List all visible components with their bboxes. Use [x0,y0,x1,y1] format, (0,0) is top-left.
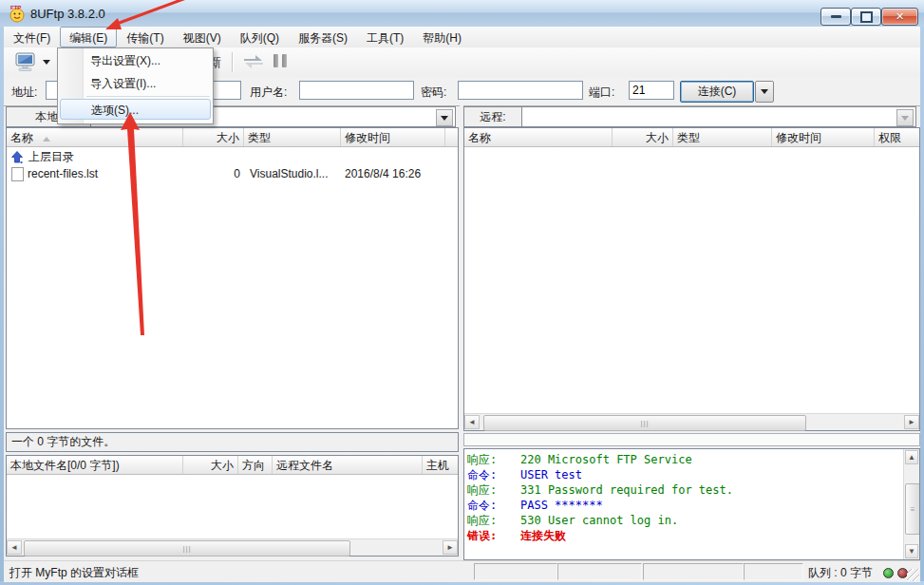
local-path-dropdown-button[interactable] [436,109,453,126]
queue-col-remotename[interactable]: 远程文件名 [273,456,423,474]
file-name: 上层目录 [28,149,74,165]
status-cell [557,563,642,580]
remote-status-strip [463,433,920,446]
close-icon: ✕ [896,10,904,23]
port-label: 端口: [589,85,614,101]
window-border-left [0,27,4,585]
password-input[interactable] [458,81,583,100]
local-col-modified[interactable]: 修改时间 [341,128,445,146]
remote-path-combobox[interactable] [520,106,916,127]
menu-bar: 文件(F) 编辑(E) 传输(T) 视图(V) 队列(Q) 服务器(S) 工具(… [4,27,920,47]
chevron-down-icon [441,116,448,121]
transfer-arrows-icon[interactable] [241,53,266,70]
address-label: 地址: [11,85,37,101]
remote-col-perms[interactable]: 权限 [875,128,919,146]
window-border-right [920,27,924,585]
file-modified: 2016/8/4 16:26 [345,167,421,180]
svg-text:FTP: FTP [10,5,21,10]
toolbar-separator [232,52,233,72]
log-line: 命令:USER test [467,467,582,483]
port-input[interactable] [629,81,674,100]
table-row-parent-dir[interactable]: 上层目录 [7,149,74,165]
menu-server[interactable]: 服务器(S) [289,27,357,47]
local-col-filler [445,128,458,146]
menu-item-export-settings[interactable]: 导出设置(X)... [58,49,213,72]
scroll-left-icon[interactable]: ◄ [464,415,480,429]
remote-column-header: 名称 大小 类型 修改时间 权限 [464,128,919,147]
log-line: 错误:连接失败 [467,528,566,544]
remote-file-list: 名称 大小 类型 修改时间 权限 ◄ ||| ► [463,127,920,431]
file-type: VisualStudio.l... [250,167,329,180]
remote-col-modified[interactable]: 修改时间 [772,128,875,146]
scrollbar-thumb[interactable]: ||| [24,540,350,557]
remote-col-type[interactable]: 类型 [673,128,772,146]
queue-horizontal-scrollbar[interactable]: ◄ ||| ► [7,538,458,556]
restore-button[interactable] [851,8,881,26]
queue-size-label: 队列 : 0 字节 [808,565,873,581]
menu-item-import-settings[interactable]: 导入设置(I)... [58,72,213,95]
resize-grip[interactable] [907,569,919,581]
remote-tab-label: 远程: [480,109,505,125]
computer-icon [13,52,38,73]
scroll-up-icon[interactable]: ▲ [905,450,918,464]
menu-file[interactable]: 文件(F) [4,27,60,47]
menu-edit[interactable]: 编辑(E) [60,27,117,47]
menu-view[interactable]: 视图(V) [174,27,231,47]
log-line: 命令:PASS ******* [467,498,603,514]
app-window: FTP 8UFtp 3.8.2.0 ✕ 文件(F) 编辑(E) 传输(T) 视图… [0,0,924,585]
password-label: 密码: [421,85,446,101]
scroll-down-icon[interactable]: ▼ [905,544,918,558]
local-status-strip: 一个 0 字节的文件。 [6,432,459,452]
username-label: 用户名: [250,85,287,101]
username-input[interactable] [299,81,414,100]
remote-horizontal-scrollbar[interactable]: ◄ ||| ► [464,413,919,430]
edit-menu-popup: 导出设置(X)... 导入设置(I)... 选项(S)... [57,47,214,124]
menu-help[interactable]: 帮助(H) [413,27,471,47]
close-button[interactable]: ✕ [881,8,918,26]
log-panel: 响应:220 Microsoft FTP Service 命令:USER tes… [463,448,920,560]
transfer-queue-panel: 本地文件名[0/0 字节]) 大小 方向 远程文件名 主机 ◄ ||| ► [6,455,459,557]
chevron-down-icon [761,89,768,94]
remote-path-dropdown-button [896,109,914,126]
connect-button[interactable]: 连接(C) [680,81,754,103]
menu-tools[interactable]: 工具(T) [357,27,413,47]
queue-col-localname[interactable]: 本地文件名[0/0 字节]) [7,456,183,474]
menu-item-options[interactable]: 选项(S)... [60,99,211,120]
pause-icon[interactable] [273,54,287,67]
local-col-size[interactable]: 大小 [183,128,244,146]
menu-transfer[interactable]: 传输(T) [117,27,173,47]
local-col-type[interactable]: 类型 [244,128,341,146]
quick-connect-button[interactable] [13,50,63,74]
file-icon [11,167,24,181]
log-line: 响应:331 Password required for test. [467,482,733,499]
status-message: 打开 MyFtp 的设置对话框 [9,565,139,581]
title-bar[interactable]: FTP 8UFtp 3.8.2.0 ✕ [0,0,924,28]
connect-dropdown-button[interactable] [755,81,774,103]
file-size: 0 [183,167,240,180]
table-row-file[interactable]: recent-files.lst 0 VisualStudio.l... 201… [7,166,458,182]
queue-col-direction[interactable]: 方向 [238,456,273,474]
queue-col-size[interactable]: 大小 [183,456,238,474]
scrollbar-thumb[interactable]: ||| [483,415,806,431]
remote-col-size[interactable]: 大小 [613,128,673,146]
remote-tab[interactable]: 远程: [463,106,522,127]
local-column-header: 名称 大小 类型 修改时间 [7,128,458,147]
minimize-button[interactable] [820,8,851,26]
menu-queue[interactable]: 队列(Q) [231,27,289,47]
up-directory-icon [10,151,24,164]
scroll-right-icon[interactable]: ► [904,415,919,429]
status-bar: 打开 MyFtp 的设置对话框 队列 : 0 字节 [4,560,920,582]
chevron-down-icon[interactable] [43,60,50,65]
remote-col-name[interactable]: 名称 [464,128,613,146]
menu-separator [86,96,210,97]
local-status-text: 一个 0 字节的文件。 [11,434,115,450]
status-indicator-green-icon [883,568,894,578]
queue-col-host[interactable]: 主机 [423,456,458,474]
log-vertical-scrollbar[interactable]: ▲ ≡ ▼ [903,449,919,559]
scrollbar-thumb[interactable]: ≡ [905,483,920,535]
local-col-name[interactable]: 名称 [7,128,183,146]
status-cell [474,563,557,580]
scroll-left-icon[interactable]: ◄ [7,540,22,555]
scroll-right-icon[interactable]: ► [443,540,458,555]
sort-ascending-icon [43,137,50,142]
